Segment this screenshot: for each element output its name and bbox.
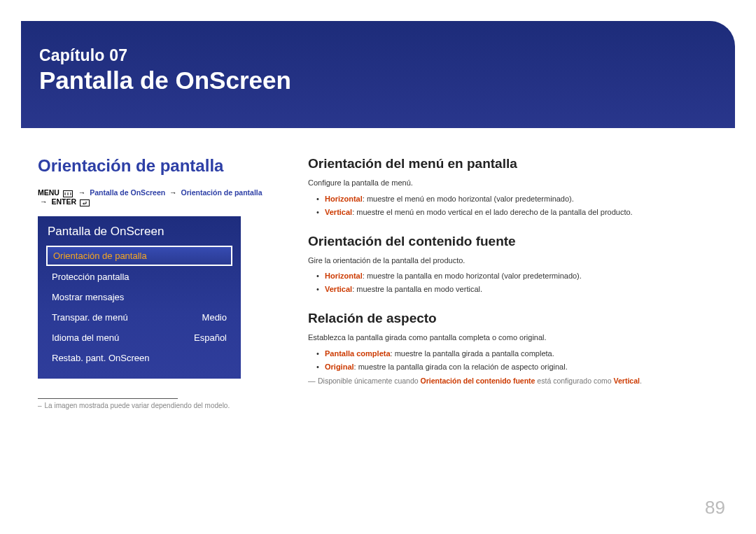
osd-menu-panel: Pantalla de OnScreen Orientación de pant… — [38, 216, 241, 379]
subsection-heading: Orientación del contenido fuente — [308, 234, 728, 249]
osd-menu-item-label: Restab. pant. OnScreen — [52, 353, 149, 363]
content-area: Orientación de pantalla MENU → Pantalla … — [21, 128, 735, 409]
bullet-term: Vertical — [325, 285, 352, 293]
osd-menu-item-label: Orientación de pantalla — [53, 251, 147, 261]
left-column: Orientación de pantalla MENU → Pantalla … — [38, 156, 269, 409]
bullet-rest: : muestre el menú en modo vertical en el… — [352, 208, 633, 216]
footnote: –La imagen mostrada puede variar dependi… — [38, 402, 269, 409]
breadcrumb-part-1: Pantalla de OnScreen — [90, 188, 165, 197]
osd-menu-item-label: Transpar. de menú — [52, 312, 128, 323]
osd-menu-item-transpar-de-menu[interactable]: Transpar. de menú Medio — [46, 308, 232, 327]
bullet-term: Vertical — [325, 208, 352, 216]
dash-icon: – — [38, 402, 42, 409]
osd-menu-item-label: Mostrar mensajes — [52, 292, 124, 302]
subsection-relacion-aspecto: Relación de aspecto Establezca la pantal… — [308, 311, 728, 386]
osd-menu-item-label: Protección pantalla — [52, 272, 130, 282]
breadcrumb-part-2: Orientación de pantalla — [181, 188, 262, 197]
availability-note: Disponible únicamente cuando Orientación… — [308, 376, 728, 387]
bullet-item: Original: muestre la pantalla girada con… — [318, 361, 728, 373]
subsection-heading: Orientación del menú en pantalla — [308, 156, 728, 171]
bullet-list: Pantalla completa: muestre la pantalla g… — [308, 348, 728, 373]
chapter-title: Pantalla de OnScreen — [39, 66, 729, 94]
osd-menu-title: Pantalla de OnScreen — [46, 223, 232, 244]
osd-menu-item-mostrar-mensajes[interactable]: Mostrar mensajes — [46, 288, 232, 307]
osd-menu-item-value: Medio — [202, 312, 227, 323]
bullet-item: Vertical: muestre la pantalla en modo ve… — [318, 283, 728, 295]
footnote-rule — [38, 398, 178, 399]
note-mid: está configurado como — [535, 377, 613, 385]
footnote-text: La imagen mostrada puede variar dependie… — [45, 402, 230, 409]
bullet-term: Original — [325, 363, 354, 371]
arrow-icon: → — [40, 197, 48, 206]
note-pre: Disponible únicamente cuando — [318, 377, 421, 385]
subsection-intro: Gire la orientación de la pantalla del p… — [308, 255, 728, 267]
note-highlight-2: Vertical — [614, 377, 640, 385]
note-post: . — [640, 377, 642, 385]
bullet-term: Horizontal — [325, 272, 363, 280]
subsection-orientacion-contenido: Orientación del contenido fuente Gire la… — [308, 234, 728, 296]
chapter-banner: Capítulo 07 Pantalla de OnScreen — [21, 21, 735, 128]
enter-button-icon — [80, 198, 90, 206]
bullet-term: Pantalla completa — [325, 349, 391, 358]
bullet-rest: : muestre la pantalla en modo vertical. — [352, 285, 482, 293]
bullet-rest: : muestre el menú en modo horizontal (va… — [363, 195, 574, 203]
bullet-item: Vertical: muestre el menú en modo vertic… — [318, 206, 728, 218]
subsection-intro: Configure la pantalla de menú. — [308, 177, 728, 189]
section-heading: Orientación de pantalla — [38, 156, 269, 176]
bullet-list: Horizontal: muestre el menú en modo hori… — [308, 193, 728, 218]
breadcrumb-enter-label: ENTER — [51, 197, 76, 206]
bullet-list: Horizontal: muestre la pantalla en modo … — [308, 270, 728, 295]
bullet-item: Pantalla completa: muestre la pantalla g… — [318, 348, 728, 360]
arrow-icon: → — [78, 188, 86, 197]
subsection-intro: Establezca la pantalla girada como panta… — [308, 332, 728, 344]
breadcrumb: MENU → Pantalla de OnScreen → Orientació… — [38, 188, 269, 206]
arrow-icon: → — [169, 188, 177, 197]
subsection-heading: Relación de aspecto — [308, 311, 728, 326]
menu-button-icon — [63, 189, 73, 197]
right-column: Orientación del menú en pantalla Configu… — [308, 156, 735, 409]
bullet-rest: : muestre la pantalla girada con la rela… — [354, 363, 568, 371]
osd-menu-item-restab-pant-onscreen[interactable]: Restab. pant. OnScreen — [46, 349, 232, 367]
bullet-item: Horizontal: muestre el menú en modo hori… — [318, 193, 728, 205]
osd-menu-item-label: Idioma del menú — [52, 332, 119, 343]
document-page: Capítulo 07 Pantalla de OnScreen Orienta… — [0, 0, 756, 534]
bullet-rest: : muestre la pantalla en modo horizontal… — [363, 272, 582, 280]
chapter-label: Capítulo 07 — [39, 46, 729, 65]
bullet-term: Horizontal — [325, 195, 363, 203]
bullet-rest: : muestre la pantalla girada a pantalla … — [391, 349, 554, 358]
bullet-item: Horizontal: muestre la pantalla en modo … — [318, 270, 728, 282]
osd-menu-item-proteccion-pantalla[interactable]: Protección pantalla — [46, 267, 232, 286]
osd-menu-item-orientacion-de-pantalla[interactable]: Orientación de pantalla — [46, 246, 232, 266]
osd-menu-item-idioma-del-menu[interactable]: Idioma del menú Español — [46, 328, 232, 347]
subsection-orientacion-menu: Orientación del menú en pantalla Configu… — [308, 156, 728, 218]
page-number: 89 — [705, 497, 725, 519]
breadcrumb-menu-label: MENU — [38, 188, 59, 197]
osd-menu-item-value: Español — [194, 332, 227, 343]
note-highlight-1: Orientación del contenido fuente — [421, 377, 536, 385]
svg-rect-4 — [80, 200, 89, 206]
